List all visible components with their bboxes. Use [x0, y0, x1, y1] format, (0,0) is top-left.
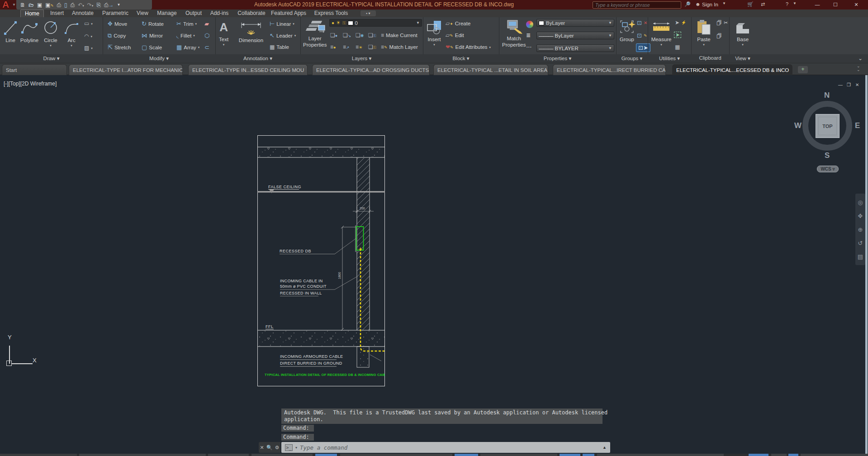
- maximize-window-button[interactable]: ☐: [829, 1, 842, 8]
- lineweight-dropdown[interactable]: ——— ByLayer▼: [536, 32, 614, 39]
- move-button[interactable]: ✥Move: [108, 21, 127, 27]
- panel-groups[interactable]: Groups ▾: [616, 55, 648, 62]
- mirror-button[interactable]: ⋈Mirror: [142, 33, 163, 38]
- file-tab-start[interactable]: Start: [2, 64, 67, 75]
- wcs-selector[interactable]: WCS ▿: [817, 166, 839, 172]
- dimension-button[interactable]: Dimension: [236, 19, 266, 43]
- panel-modify[interactable]: Modify ▾: [103, 55, 215, 62]
- viewcube-south[interactable]: S: [825, 151, 830, 160]
- minimize-window-button[interactable]: —: [811, 1, 824, 8]
- zoom-extents-icon[interactable]: ⊕: [858, 227, 863, 233]
- fillet-button[interactable]: ◟Fillet▾: [176, 33, 195, 38]
- layer-unisolate-icon[interactable]: ≡↗: [343, 44, 350, 50]
- autocad-logo-icon[interactable]: A: [2, 0, 9, 10]
- offset-button[interactable]: ⊂: [204, 44, 209, 50]
- lineweight-icon[interactable]: ≣: [526, 33, 531, 38]
- linear-dimension-button[interactable]: ⊢Linear▾: [270, 21, 294, 27]
- search-input[interactable]: [593, 1, 681, 9]
- ungroup-icon[interactable]: ⊡✕: [637, 20, 647, 26]
- tab-collaborate[interactable]: Collaborate: [236, 10, 267, 17]
- viewport-minimize-icon[interactable]: —: [838, 82, 843, 87]
- command-input-placeholder[interactable]: Type a command: [300, 444, 347, 451]
- layer-dropdown-caret-icon[interactable]: ▼: [416, 21, 420, 25]
- open-folder-icon[interactable]: 🗁: [28, 2, 34, 8]
- workspace-switch-button[interactable]: ▪ ▾: [360, 10, 376, 16]
- linetype-icon[interactable]: ⋯: [526, 44, 531, 50]
- redo-icon[interactable]: ↷▾: [87, 2, 94, 8]
- panel-block[interactable]: Block ▾: [423, 55, 499, 62]
- text-button[interactable]: A Text▾: [219, 19, 228, 46]
- measure-button[interactable]: Measure▾: [650, 19, 672, 46]
- save-as-icon[interactable]: ▣✎: [45, 2, 53, 8]
- panel-properties[interactable]: Properties ▾: [499, 55, 616, 62]
- orbit-icon[interactable]: ↺: [858, 240, 863, 246]
- array-button[interactable]: ▦Array▾: [176, 44, 199, 50]
- status-toggle-on[interactable]: [560, 454, 580, 456]
- tab-view[interactable]: View: [133, 10, 152, 17]
- tab-express-tools[interactable]: Express Tools: [313, 10, 349, 17]
- file-tab-5[interactable]: ELECTRICAL-TYPICAL...IRECT BURRIED CAB✕: [553, 64, 666, 75]
- layer-properties-button[interactable]: Layer Properties: [303, 19, 327, 48]
- table-button[interactable]: ▦Table: [270, 44, 289, 50]
- make-current-button[interactable]: ≡Make Current: [381, 33, 417, 38]
- explode-button[interactable]: ⬡: [204, 33, 209, 38]
- layer-thaw-icon[interactable]: ☀: [336, 20, 341, 26]
- exchange-icon[interactable]: ⇄: [761, 1, 765, 7]
- tab-home[interactable]: Home: [20, 10, 44, 17]
- viewcube-top-face[interactable]: TOP: [816, 114, 840, 138]
- recent-commands-icon[interactable]: 🔍: [266, 445, 273, 451]
- group-selection-toggle[interactable]: ⊡➤: [636, 43, 650, 52]
- file-tab-1[interactable]: ELECTRICAL-TYPE I...ATOR FOR MECHANIC✕: [69, 64, 183, 75]
- help-caret-icon[interactable]: ▼: [793, 1, 797, 5]
- status-seg[interactable]: [801, 454, 868, 456]
- insert-block-button[interactable]: Insert▾: [426, 19, 443, 46]
- layer-color-swatch[interactable]: [348, 21, 353, 25]
- base-button[interactable]: Base▾: [733, 19, 753, 46]
- close-command-icon[interactable]: ✕: [260, 445, 264, 451]
- status-toggle-on[interactable]: [788, 454, 798, 456]
- panel-annotation[interactable]: Annotation ▾: [215, 55, 300, 62]
- panel-utilities[interactable]: Utilities ▾: [648, 55, 691, 62]
- new-drawing-tab-button[interactable]: +: [798, 66, 808, 73]
- panel-view[interactable]: View ▾: [729, 55, 756, 62]
- status-seg[interactable]: [251, 454, 313, 456]
- erase-button[interactable]: ▰: [204, 21, 209, 27]
- panel-layers[interactable]: Layers ▾: [300, 55, 423, 62]
- command-expand-icon[interactable]: ▲: [602, 445, 607, 450]
- object-color-dropdown[interactable]: ByLayer▼: [536, 19, 614, 27]
- line-button[interactable]: Line: [3, 19, 18, 43]
- plot-icon[interactable]: ⎙→: [104, 2, 114, 8]
- canvas-right-scrollbar[interactable]: [865, 75, 868, 456]
- color-wheel-icon[interactable]: [526, 21, 533, 28]
- viewcube-north[interactable]: N: [824, 91, 830, 100]
- quick-select-icon[interactable]: ➤⚡: [675, 20, 686, 25]
- copy-button[interactable]: ⧉Copy: [108, 33, 126, 38]
- status-seg[interactable]: [79, 454, 206, 456]
- tab-annotate[interactable]: Annotate: [69, 10, 97, 17]
- layer-on-icon[interactable]: ●: [332, 20, 334, 25]
- hatch-tool-button[interactable]: ▨▾: [84, 45, 93, 51]
- paste-button[interactable]: Paste▾: [695, 19, 713, 46]
- select-similar-icon[interactable]: ➤: [674, 32, 681, 38]
- layer-freeze-icon[interactable]: ❏❋: [356, 33, 364, 38]
- file-tab-3[interactable]: ELECTRICAL-TYPICA...AD CROSSING DUCTS✕: [312, 64, 430, 75]
- mobile-icon[interactable]: ▯: [64, 2, 67, 8]
- layer-on-bulb-icon[interactable]: ≡●: [330, 44, 336, 50]
- close-window-button[interactable]: ✕: [849, 1, 863, 8]
- file-tab-2[interactable]: ELECTRICAL-TYPE IN...ESSED CEILING MOU✕: [188, 64, 308, 75]
- sign-in-button[interactable]: Sign In: [702, 2, 718, 7]
- customize-command-icon[interactable]: ⚙: [275, 445, 280, 451]
- command-input-bar[interactable]: >_ ▾ Type a command ▲: [281, 442, 610, 453]
- layer-lock-icon[interactable]: ❏⚿: [368, 33, 376, 38]
- match-layer-button[interactable]: ≡✎Match Layer: [381, 44, 418, 50]
- ellipse-tool-button[interactable]: ◠▾: [84, 33, 92, 39]
- group-edit-icon[interactable]: ⊡✎: [637, 33, 647, 38]
- viewport-close-icon[interactable]: ✕: [855, 82, 859, 87]
- panel-clipboard[interactable]: Clipboard: [691, 55, 729, 62]
- tab-add-ins[interactable]: Add-ins: [207, 10, 232, 17]
- viewport-controls[interactable]: [-][Top][2D Wireframe]: [4, 81, 57, 87]
- linetype-dropdown[interactable]: ——— BYLAYER▼: [536, 44, 614, 52]
- quick-calc-icon[interactable]: ▦: [675, 44, 680, 50]
- polyline-button[interactable]: Polyline: [19, 19, 40, 43]
- sign-in-caret-icon[interactable]: ▼: [722, 1, 726, 5]
